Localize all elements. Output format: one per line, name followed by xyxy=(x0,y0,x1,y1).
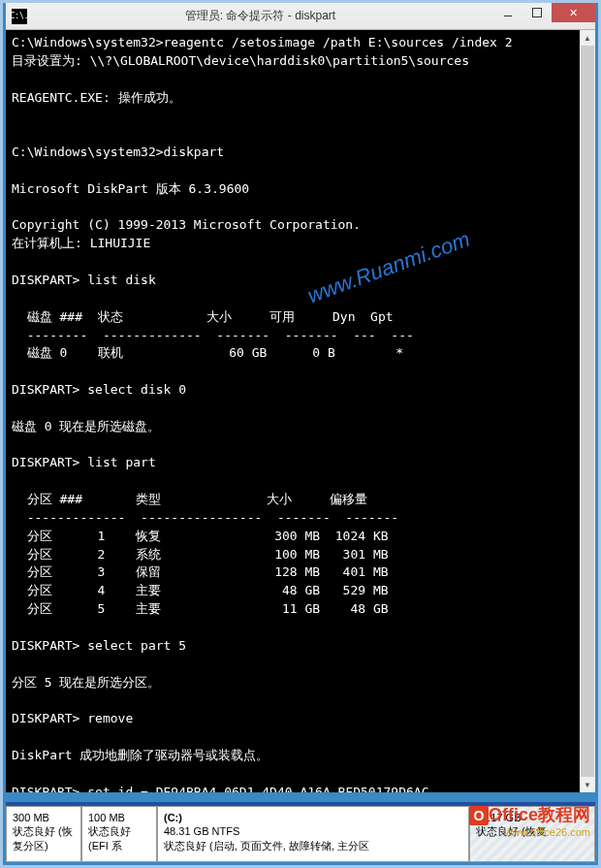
vertical-scrollbar[interactable]: ▲ ▼ xyxy=(580,30,595,792)
console-line: 分区 3 保留 128 MB 401 MB xyxy=(12,564,389,579)
partition-status: 状态良好 (恢复 xyxy=(476,824,588,838)
app-icon: C:\. xyxy=(12,9,27,24)
console-line: DISKPART> set id = DE94BBA4-06D1-4D40-A1… xyxy=(12,785,428,792)
titlebar[interactable]: C:\. 管理员: 命令提示符 - diskpart xyxy=(6,3,595,30)
console-line: 目录设置为: \\?\GLOBALROOT\device\harddisk0\p… xyxy=(12,53,469,68)
partition-c-drive[interactable]: (C:) 48.31 GB NTFS 状态良好 (启动, 页面文件, 故障转储,… xyxy=(157,806,469,862)
partition-efi[interactable]: 100 MB 状态良好 (EFI 系 xyxy=(81,806,157,862)
console-line: 分区 2 系统 100 MB 301 MB xyxy=(12,547,389,562)
console-line: 在计算机上: LIHUIJIE xyxy=(12,236,150,250)
console-line: 分区 4 主要 48 GB 529 MB xyxy=(12,583,389,597)
console-line: 分区 1 恢复 300 MB 1024 KB xyxy=(12,529,389,543)
console-output[interactable]: C:\Windows\system32>reagentc /setosimage… xyxy=(6,30,595,792)
partition-status: 状态良好 (启动, 页面文件, 故障转储, 主分区 xyxy=(164,839,462,852)
partition-recovery[interactable]: 300 MB 状态良好 (恢复分区) xyxy=(6,806,81,862)
console-line: 分区 ### 类型 大小 偏移量 xyxy=(12,492,367,506)
partition-recovery-2[interactable]: 11.17 GB 状态良好 (恢复 xyxy=(469,806,595,862)
console-line: C:\Windows\system32>diskpart xyxy=(12,145,224,159)
maximize-button[interactable] xyxy=(522,3,552,22)
partition-label: (C:) xyxy=(164,811,462,824)
scroll-thumb[interactable] xyxy=(581,46,594,777)
partition-status: 状态良好 (EFI 系 xyxy=(88,824,150,852)
console-line: DISKPART> remove xyxy=(12,711,133,725)
console-line: Copyright (C) 1999-2013 Microsoft Corpor… xyxy=(12,217,361,232)
console-line: DISKPART> select part 5 xyxy=(12,638,186,653)
console-line: 磁盘 ### 状态 大小 可用 Dyn Gpt xyxy=(12,309,394,324)
partition-size: 300 MB xyxy=(13,811,75,824)
disk-management-panel: 300 MB 状态良好 (恢复分区) 100 MB 状态良好 (EFI 系 (C… xyxy=(6,802,595,862)
console-line: 分区 5 主要 11 GB 48 GB xyxy=(12,601,389,616)
partition-size: 11.17 GB xyxy=(476,811,588,824)
scroll-up-arrow[interactable]: ▲ xyxy=(580,30,595,46)
scroll-down-arrow[interactable]: ▼ xyxy=(580,777,595,792)
console-line: DiskPart 成功地删除了驱动器号或装载点。 xyxy=(12,748,269,762)
partition-status: 状态良好 (恢复分区) xyxy=(13,824,75,852)
console-line: DISKPART> select disk 0 xyxy=(12,382,186,397)
console-line: DISKPART> list disk xyxy=(12,273,156,287)
console-line: 磁盘 0 联机 60 GB 0 B * xyxy=(12,345,403,360)
console-line: Microsoft DiskPart 版本 6.3.9600 xyxy=(12,181,249,196)
minimize-button[interactable] xyxy=(493,3,522,22)
partition-size: 48.31 GB NTFS xyxy=(164,824,462,838)
console-line: 磁盘 0 现在是所选磁盘。 xyxy=(12,419,160,434)
window-title: 管理员: 命令提示符 - diskpart xyxy=(27,8,493,24)
console-line: ------------- ---------------- ------- -… xyxy=(12,510,398,525)
window-controls xyxy=(493,3,595,29)
console-line: DISKPART> list part xyxy=(12,455,156,469)
partition-size: 100 MB xyxy=(88,811,150,824)
command-prompt-window: C:\. 管理员: 命令提示符 - diskpart C:\Windows\sy… xyxy=(6,3,595,792)
console-line: -------- ------------- ------- ------- -… xyxy=(12,328,414,342)
console-line: C:\Windows\system32>reagentc /setosimage… xyxy=(12,35,513,49)
console-line: REAGENTC.EXE: 操作成功。 xyxy=(12,90,181,105)
console-line: 分区 5 现在是所选分区。 xyxy=(12,675,160,690)
close-button[interactable] xyxy=(552,3,595,22)
